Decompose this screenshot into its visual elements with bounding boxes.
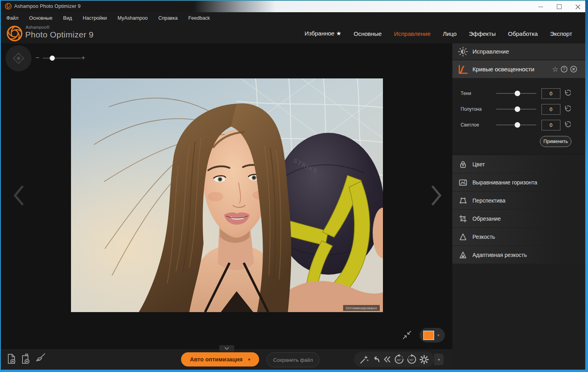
tab-basics[interactable]: Основные	[354, 30, 382, 37]
midtones-value-input[interactable]: 0	[541, 104, 560, 115]
menu-item-help[interactable]: Справка	[158, 15, 177, 21]
chevron-down-icon	[224, 347, 230, 350]
active-tool-header[interactable]: Кривые освещенности ☆ ?	[452, 60, 585, 78]
close-icon	[575, 4, 581, 9]
pan-dial[interactable]	[6, 45, 32, 71]
photo-image: STRIKE	[71, 78, 383, 312]
midtones-slider-thumb[interactable]	[515, 106, 520, 112]
menu-item-settings[interactable]: Настройки	[83, 15, 107, 21]
undo-icon[interactable]	[371, 354, 381, 365]
tools-dropdown-button[interactable]: ▾	[434, 353, 444, 365]
shadows-slider-thumb[interactable]	[515, 91, 520, 96]
save-file-button[interactable]: Сохранить файл	[267, 352, 319, 367]
midtones-slider-row: Полутона 0	[452, 104, 585, 115]
reset-icon[interactable]	[563, 105, 571, 112]
tool-item-perspective[interactable]: Перспектива	[452, 192, 585, 209]
zoom-slider-thumb[interactable]	[50, 56, 55, 61]
menu-item-feedback[interactable]: Feedback	[188, 15, 210, 21]
app-window: Ashampoo Photo Optimizer 9 Файл Основные…	[0, 0, 588, 372]
shadows-slider-row: Тени 0	[452, 88, 585, 99]
tab-correction[interactable]: Исправление	[394, 30, 431, 37]
photo-preview[interactable]: STRIKE	[71, 78, 383, 312]
clean-list-button[interactable]	[35, 352, 47, 365]
tab-export[interactable]: Экспорт	[550, 30, 572, 37]
zoom-out-button[interactable]: −	[35, 54, 39, 62]
next-image-button[interactable]	[430, 184, 443, 206]
brand-product: Photo Optimizer 9	[25, 30, 93, 39]
app-icon	[5, 3, 12, 10]
compare-view-toggle[interactable]: ▾	[420, 328, 445, 342]
midtones-label: Полутона	[461, 106, 482, 112]
brightness-sun-icon	[458, 46, 468, 57]
adaptive-sharpness-icon	[458, 250, 468, 260]
svg-text:90°: 90°	[410, 358, 414, 362]
brand-company: Ashampoo®	[26, 25, 50, 30]
favorite-star-icon[interactable]: ☆	[552, 66, 558, 73]
rotate-left-button[interactable]: 90°	[393, 353, 405, 365]
add-file-button[interactable]	[6, 353, 17, 365]
midtones-slider[interactable]	[496, 109, 536, 110]
tab-face[interactable]: Лицо	[443, 30, 457, 37]
tool-item-color[interactable]: Цвет	[452, 155, 585, 173]
highlights-slider[interactable]	[496, 125, 536, 125]
shadows-slider[interactable]	[496, 93, 536, 94]
zoom-in-button[interactable]: +	[81, 54, 85, 62]
menu-item-myashampoo[interactable]: MyAshampoo	[118, 15, 147, 21]
tool-item-sharpness[interactable]: Резкость	[452, 228, 585, 246]
active-tool-title: Кривые освещенности	[472, 66, 534, 73]
zoom-slider[interactable]	[43, 58, 81, 59]
menu-item-view[interactable]: Вид	[63, 15, 72, 21]
maximize-button[interactable]	[554, 2, 564, 11]
tab-processing[interactable]: Обработка	[508, 30, 538, 37]
rotate-right-button[interactable]: 90°	[406, 353, 418, 365]
tool-item-adaptive-sharpness[interactable]: Адаптивная резкость	[452, 246, 585, 264]
horizon-level-icon	[458, 178, 468, 187]
settings-gear-icon[interactable]	[419, 354, 429, 365]
correction-panel: Исправление Кривые освещенности ☆ ?	[452, 43, 585, 370]
app-logo-icon	[6, 25, 23, 42]
tool-item-horizon[interactable]: Выравнивание горизонта	[452, 173, 585, 191]
tool-item-crop[interactable]: Обрезание	[452, 210, 585, 227]
previous-image-button[interactable]	[12, 184, 25, 206]
close-button[interactable]	[573, 2, 583, 11]
panel-divider	[452, 154, 585, 154]
reset-icon[interactable]	[563, 89, 571, 97]
help-icon[interactable]: ?	[560, 65, 568, 73]
color-icon	[458, 160, 468, 169]
minimize-button[interactable]	[536, 2, 546, 11]
filmstrip-collapse-handle[interactable]	[219, 345, 234, 352]
minimize-icon	[538, 7, 543, 7]
magic-wand-icon[interactable]	[359, 354, 370, 365]
highlights-value-input[interactable]: 0	[541, 120, 560, 130]
tab-effects[interactable]: Эффекты	[469, 30, 496, 37]
tab-favorites[interactable]: Избранное ★	[304, 30, 342, 37]
window-title: Ashampoo Photo Optimizer 9	[14, 4, 80, 9]
undo-all-icon[interactable]	[382, 354, 392, 365]
single-view-icon	[423, 331, 434, 340]
menu-item-basics[interactable]: Основные	[29, 15, 52, 21]
chevron-down-icon[interactable]: ▾	[437, 333, 439, 337]
fit-view-icon[interactable]	[401, 329, 413, 340]
add-folder-button[interactable]	[21, 353, 32, 365]
crop-icon	[458, 214, 468, 223]
window-border-right	[585, 0, 588, 372]
highlights-label: Светлое	[461, 122, 479, 128]
panel-section-header: Исправление	[452, 43, 585, 60]
chevron-down-icon[interactable]: ▾	[248, 357, 250, 362]
menu-bar: Файл Основные Вид Настройки MyAshampoo С…	[1, 12, 585, 24]
window-border-top	[0, 0, 588, 1]
auto-optimize-button[interactable]: Авто оптимизация ▾	[181, 352, 259, 366]
highlights-slider-thumb[interactable]	[515, 122, 520, 128]
optimized-badge: Оптимизировано	[343, 305, 380, 311]
header: Ashampoo® Photo Optimizer 9 Избранное ★ …	[1, 24, 585, 43]
perspective-icon	[458, 196, 468, 205]
close-tool-icon[interactable]	[570, 65, 577, 73]
pan-arrows-icon	[6, 45, 32, 71]
main-nav: Избранное ★ Основные Исправление Лицо Эф…	[304, 24, 572, 43]
menu-item-file[interactable]: Файл	[6, 15, 19, 21]
light-curves-icon	[457, 64, 469, 75]
shadows-value-input[interactable]: 0	[541, 88, 560, 99]
reset-icon[interactable]	[563, 121, 571, 128]
apply-button[interactable]: Применить	[540, 136, 571, 147]
edit-tools-bar: 90° 90°	[354, 352, 434, 367]
